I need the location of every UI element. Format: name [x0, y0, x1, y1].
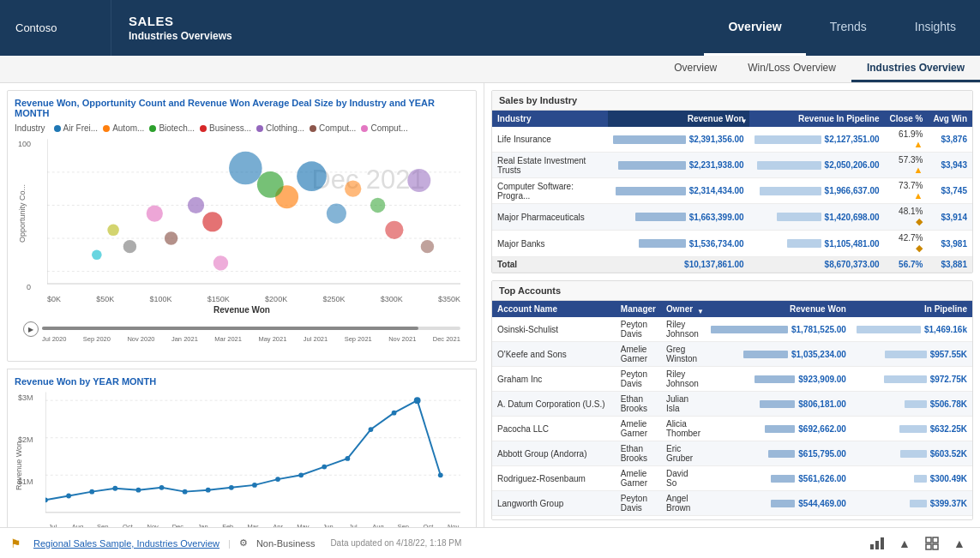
rev-pipeline-bar: [757, 161, 821, 170]
sales-by-industry-title: Sales by Industry: [492, 91, 972, 111]
account-rev-won: $1,035,234.00: [706, 342, 851, 367]
total-avg-win: $3,881: [928, 257, 972, 273]
legend-prefix: Industry: [15, 123, 45, 133]
legend-label-4: Clothing...: [266, 123, 304, 133]
subtab-winloss[interactable]: Win/Loss Overview: [732, 56, 851, 82]
account-pipeline-value: $399.37K: [930, 499, 967, 508]
play-button[interactable]: ▶: [23, 321, 39, 337]
account-rev-value: $1,781,525.00: [791, 325, 846, 334]
industry-table-header: Industry Revenue Won ▼ Revenue In Pipeli…: [492, 111, 972, 127]
revenue-chart-title: Revenue Won by YEAR MONTH: [15, 376, 469, 387]
scatter-chart-title: Revenue Won, Opportunity Count and Reven…: [15, 98, 469, 118]
subtab-overview[interactable]: Overview: [658, 56, 732, 82]
legend-label-6: Comput...: [370, 123, 407, 133]
account-pipeline-value: $300.49K: [930, 474, 967, 483]
rev-won-cell: $2,314,434.00: [608, 178, 749, 204]
manager-name: Amelie Garner: [616, 342, 661, 367]
accounts-table-row: Abbott Group (Andorra) Ethan Brooks Eric…: [492, 441, 972, 466]
industry-name: Real Estate Investment Trusts: [492, 153, 608, 178]
account-name: Graham Inc: [492, 367, 616, 392]
up-icon-btn[interactable]: ▲: [894, 533, 915, 554]
account-pipeline: $1,469.16k: [851, 317, 972, 342]
scatter-y-label: Opportunity Co...: [18, 184, 27, 243]
close-pct-cell: 61.9% ▲: [885, 127, 929, 153]
svg-rect-51: [881, 537, 884, 549]
svg-point-31: [66, 494, 71, 499]
rev-won-cell: $2,231,938.00: [608, 153, 749, 178]
timeline-labels: Jul 2020 Sep 2020 Nov 2020 Jan 2021 Mar …: [42, 335, 460, 343]
account-rev-won: $923,909.00: [706, 367, 851, 392]
legend-dot-4: [256, 125, 263, 132]
diamond-icon: ◆: [916, 216, 923, 226]
rev-pipeline-cell: $1,966,637.00: [749, 178, 885, 204]
tab-trends[interactable]: Trends: [806, 0, 891, 56]
total-rev-pipeline: $8,670,373.00: [749, 257, 885, 273]
rev-pipeline-cell: $1,420,698.00: [749, 204, 885, 231]
revenue-x-ticks: Jul2020 Aug2020 Sep2020 Oct2020 Nov2020 …: [45, 523, 460, 527]
account-pipeline-value: $506.78K: [930, 399, 967, 409]
rev-y-tick-3m: $3M: [18, 393, 33, 402]
bottom-bar: ⚑ Regional Sales Sample, Industries Over…: [0, 527, 980, 558]
account-pipeline: $300.49K: [851, 466, 972, 491]
tab-insights[interactable]: Insights: [891, 0, 980, 56]
accounts-table-row: Osinski-Schulist Peyton Davis Riley John…: [492, 317, 972, 342]
manager-name: Peyton Davis: [616, 367, 661, 392]
industry-table-row: Major Pharmaceuticals $1,663,399.00 $1,4…: [492, 204, 972, 231]
bottom-link[interactable]: Regional Sales Sample, Industries Overvi…: [33, 538, 219, 549]
chart-icon-btn[interactable]: [867, 533, 887, 554]
svg-point-12: [165, 231, 177, 244]
account-pipeline-bar: [914, 475, 927, 483]
grid-icon: [925, 537, 939, 550]
svg-point-34: [136, 488, 141, 493]
sales-by-industry-table: Industry Revenue Won ▼ Revenue In Pipeli…: [492, 111, 972, 273]
rev-pipeline-cell: $2,050,206.00: [749, 153, 885, 178]
nav-subtitle: Industries Overviews: [129, 30, 283, 42]
scatter-x-ticks: $0K $50K $100K $150K $200K $250K $300K $…: [47, 295, 460, 303]
account-pipeline-value: $972.75K: [930, 375, 967, 384]
svg-rect-49: [870, 544, 874, 549]
rev-pipeline-cell: $1,105,481.00: [749, 231, 885, 257]
grid-icon-btn[interactable]: [922, 533, 942, 554]
account-rev-bar: [768, 450, 795, 458]
account-pipeline-bar: [884, 375, 927, 383]
legend-label-5: Comput...: [319, 123, 356, 133]
account-name: Pacocha LLC: [492, 417, 616, 441]
total-label: Total: [492, 257, 608, 273]
top-navigation: Contoso SALES Industries Overviews Overv…: [0, 0, 980, 56]
owner-name: Hollie Rees: [661, 516, 706, 520]
svg-point-30: [45, 497, 48, 502]
account-rev-bar: [743, 351, 788, 358]
svg-point-14: [123, 240, 136, 253]
avg-win-cell: $3,981: [928, 231, 972, 257]
svg-point-36: [183, 489, 188, 495]
slider-track[interactable]: [42, 327, 460, 330]
total-close-pct: 56.7%: [885, 257, 929, 273]
rev-won-bar: [613, 135, 686, 144]
accounts-table-row: O'Keefe and Sons Amelie Garner Greg Wins…: [492, 342, 972, 367]
col-close-pct: Close %: [885, 111, 929, 127]
bottom-icon: ⚑: [10, 537, 21, 550]
svg-point-39: [252, 483, 257, 488]
rev-won-bar: [639, 239, 686, 248]
owner-name: David So: [661, 466, 706, 491]
industry-name: Computer Software: Progra...: [492, 178, 608, 204]
accounts-table-row: Rodriguez-Rosenbaum Amelie Garner David …: [492, 466, 972, 491]
rev-pipeline-value: $1,105,481.00: [825, 239, 880, 249]
legend-item-2: Biotech...: [149, 123, 195, 133]
subtab-industries[interactable]: Industries Overview: [851, 56, 980, 82]
svg-point-48: [438, 472, 443, 477]
scatter-legend: Industry Air Frei... Autom... Biotech...…: [15, 123, 469, 133]
top-accounts-scroll[interactable]: Account Name Manager Owner ▼ Revenue Won…: [492, 301, 972, 519]
svg-rect-55: [933, 544, 938, 549]
legend-label-1: Autom...: [112, 123, 144, 133]
owner-name: Julian Isla: [661, 392, 706, 417]
expand-icon-btn[interactable]: ▲: [949, 533, 970, 554]
industry-name: Major Pharmaceuticals: [492, 204, 608, 231]
tab-overview[interactable]: Overview: [704, 0, 805, 56]
nav-tabs: Overview Trends Insights: [704, 0, 980, 56]
account-pipeline: $957.55K: [851, 342, 972, 367]
rev-pipeline-bar: [760, 187, 821, 195]
nav-title-main: SALES: [129, 14, 283, 28]
revenue-y-label: Revenue Won: [15, 441, 27, 490]
account-pipeline: $354.91K: [851, 516, 972, 520]
